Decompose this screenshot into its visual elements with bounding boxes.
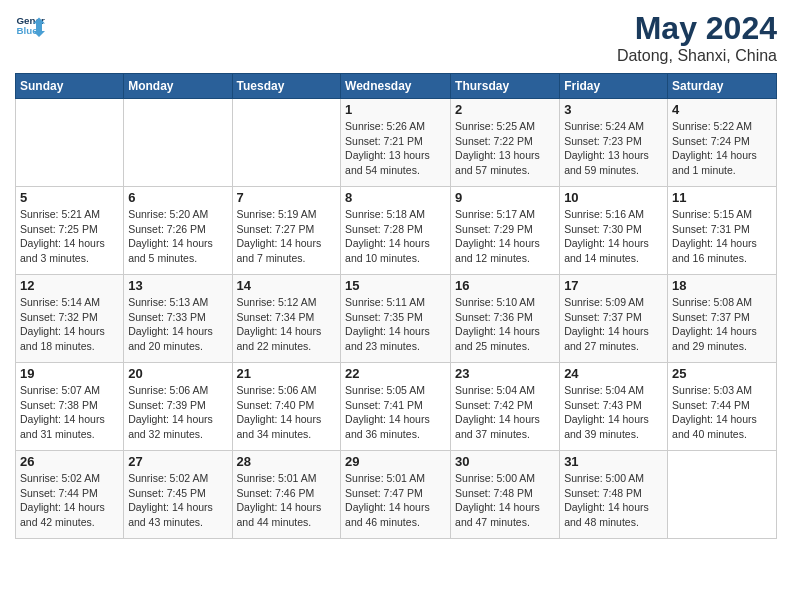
calendar-cell: 5Sunrise: 5:21 AMSunset: 7:25 PMDaylight…: [16, 187, 124, 275]
day-info: Sunrise: 5:15 AMSunset: 7:31 PMDaylight:…: [672, 207, 772, 266]
day-number: 2: [455, 102, 555, 117]
main-title: May 2024: [617, 10, 777, 47]
day-info: Sunrise: 5:00 AMSunset: 7:48 PMDaylight:…: [455, 471, 555, 530]
day-number: 27: [128, 454, 227, 469]
day-info: Sunrise: 5:12 AMSunset: 7:34 PMDaylight:…: [237, 295, 337, 354]
day-info: Sunrise: 5:13 AMSunset: 7:33 PMDaylight:…: [128, 295, 227, 354]
day-info: Sunrise: 5:21 AMSunset: 7:25 PMDaylight:…: [20, 207, 119, 266]
calendar-cell: 23Sunrise: 5:04 AMSunset: 7:42 PMDayligh…: [451, 363, 560, 451]
calendar-cell: [16, 99, 124, 187]
day-number: 20: [128, 366, 227, 381]
day-number: 26: [20, 454, 119, 469]
calendar-cell: 10Sunrise: 5:16 AMSunset: 7:30 PMDayligh…: [560, 187, 668, 275]
day-info: Sunrise: 5:05 AMSunset: 7:41 PMDaylight:…: [345, 383, 446, 442]
calendar-week-2: 5Sunrise: 5:21 AMSunset: 7:25 PMDaylight…: [16, 187, 777, 275]
day-info: Sunrise: 5:07 AMSunset: 7:38 PMDaylight:…: [20, 383, 119, 442]
calendar-cell: 28Sunrise: 5:01 AMSunset: 7:46 PMDayligh…: [232, 451, 341, 539]
day-info: Sunrise: 5:20 AMSunset: 7:26 PMDaylight:…: [128, 207, 227, 266]
day-info: Sunrise: 5:22 AMSunset: 7:24 PMDaylight:…: [672, 119, 772, 178]
calendar-cell: 24Sunrise: 5:04 AMSunset: 7:43 PMDayligh…: [560, 363, 668, 451]
logo-icon: General Blue: [15, 10, 45, 40]
header: General Blue May 2024 Datong, Shanxi, Ch…: [15, 10, 777, 65]
day-info: Sunrise: 5:26 AMSunset: 7:21 PMDaylight:…: [345, 119, 446, 178]
day-number: 16: [455, 278, 555, 293]
day-info: Sunrise: 5:03 AMSunset: 7:44 PMDaylight:…: [672, 383, 772, 442]
calendar-cell: 16Sunrise: 5:10 AMSunset: 7:36 PMDayligh…: [451, 275, 560, 363]
day-info: Sunrise: 5:00 AMSunset: 7:48 PMDaylight:…: [564, 471, 663, 530]
calendar-cell: 19Sunrise: 5:07 AMSunset: 7:38 PMDayligh…: [16, 363, 124, 451]
day-info: Sunrise: 5:01 AMSunset: 7:46 PMDaylight:…: [237, 471, 337, 530]
day-number: 24: [564, 366, 663, 381]
calendar-cell: 25Sunrise: 5:03 AMSunset: 7:44 PMDayligh…: [668, 363, 777, 451]
header-saturday: Saturday: [668, 74, 777, 99]
day-info: Sunrise: 5:19 AMSunset: 7:27 PMDaylight:…: [237, 207, 337, 266]
day-info: Sunrise: 5:11 AMSunset: 7:35 PMDaylight:…: [345, 295, 446, 354]
day-info: Sunrise: 5:06 AMSunset: 7:40 PMDaylight:…: [237, 383, 337, 442]
calendar-cell: 7Sunrise: 5:19 AMSunset: 7:27 PMDaylight…: [232, 187, 341, 275]
day-number: 23: [455, 366, 555, 381]
header-sunday: Sunday: [16, 74, 124, 99]
calendar-cell: 13Sunrise: 5:13 AMSunset: 7:33 PMDayligh…: [124, 275, 232, 363]
calendar-cell: 18Sunrise: 5:08 AMSunset: 7:37 PMDayligh…: [668, 275, 777, 363]
day-info: Sunrise: 5:24 AMSunset: 7:23 PMDaylight:…: [564, 119, 663, 178]
calendar-cell: 31Sunrise: 5:00 AMSunset: 7:48 PMDayligh…: [560, 451, 668, 539]
subtitle: Datong, Shanxi, China: [617, 47, 777, 65]
calendar-week-1: 1Sunrise: 5:26 AMSunset: 7:21 PMDaylight…: [16, 99, 777, 187]
day-info: Sunrise: 5:14 AMSunset: 7:32 PMDaylight:…: [20, 295, 119, 354]
day-info: Sunrise: 5:16 AMSunset: 7:30 PMDaylight:…: [564, 207, 663, 266]
calendar-cell: 30Sunrise: 5:00 AMSunset: 7:48 PMDayligh…: [451, 451, 560, 539]
day-info: Sunrise: 5:06 AMSunset: 7:39 PMDaylight:…: [128, 383, 227, 442]
day-number: 14: [237, 278, 337, 293]
day-number: 30: [455, 454, 555, 469]
day-info: Sunrise: 5:04 AMSunset: 7:42 PMDaylight:…: [455, 383, 555, 442]
title-block: May 2024 Datong, Shanxi, China: [617, 10, 777, 65]
day-info: Sunrise: 5:08 AMSunset: 7:37 PMDaylight:…: [672, 295, 772, 354]
day-number: 7: [237, 190, 337, 205]
day-number: 19: [20, 366, 119, 381]
day-info: Sunrise: 5:25 AMSunset: 7:22 PMDaylight:…: [455, 119, 555, 178]
calendar-week-3: 12Sunrise: 5:14 AMSunset: 7:32 PMDayligh…: [16, 275, 777, 363]
day-number: 28: [237, 454, 337, 469]
day-number: 22: [345, 366, 446, 381]
calendar-cell: 20Sunrise: 5:06 AMSunset: 7:39 PMDayligh…: [124, 363, 232, 451]
calendar-cell: 29Sunrise: 5:01 AMSunset: 7:47 PMDayligh…: [341, 451, 451, 539]
calendar: Sunday Monday Tuesday Wednesday Thursday…: [15, 73, 777, 539]
day-number: 6: [128, 190, 227, 205]
header-monday: Monday: [124, 74, 232, 99]
day-number: 29: [345, 454, 446, 469]
day-number: 1: [345, 102, 446, 117]
calendar-cell: 11Sunrise: 5:15 AMSunset: 7:31 PMDayligh…: [668, 187, 777, 275]
header-friday: Friday: [560, 74, 668, 99]
day-number: 5: [20, 190, 119, 205]
day-number: 9: [455, 190, 555, 205]
calendar-cell: 14Sunrise: 5:12 AMSunset: 7:34 PMDayligh…: [232, 275, 341, 363]
day-info: Sunrise: 5:10 AMSunset: 7:36 PMDaylight:…: [455, 295, 555, 354]
day-number: 21: [237, 366, 337, 381]
calendar-cell: 9Sunrise: 5:17 AMSunset: 7:29 PMDaylight…: [451, 187, 560, 275]
day-info: Sunrise: 5:02 AMSunset: 7:45 PMDaylight:…: [128, 471, 227, 530]
calendar-cell: 2Sunrise: 5:25 AMSunset: 7:22 PMDaylight…: [451, 99, 560, 187]
calendar-cell: 12Sunrise: 5:14 AMSunset: 7:32 PMDayligh…: [16, 275, 124, 363]
calendar-cell: 6Sunrise: 5:20 AMSunset: 7:26 PMDaylight…: [124, 187, 232, 275]
day-number: 13: [128, 278, 227, 293]
header-tuesday: Tuesday: [232, 74, 341, 99]
calendar-week-5: 26Sunrise: 5:02 AMSunset: 7:44 PMDayligh…: [16, 451, 777, 539]
day-number: 11: [672, 190, 772, 205]
day-number: 25: [672, 366, 772, 381]
calendar-week-4: 19Sunrise: 5:07 AMSunset: 7:38 PMDayligh…: [16, 363, 777, 451]
day-info: Sunrise: 5:17 AMSunset: 7:29 PMDaylight:…: [455, 207, 555, 266]
logo: General Blue: [15, 10, 45, 40]
day-info: Sunrise: 5:09 AMSunset: 7:37 PMDaylight:…: [564, 295, 663, 354]
day-number: 15: [345, 278, 446, 293]
header-thursday: Thursday: [451, 74, 560, 99]
day-number: 17: [564, 278, 663, 293]
day-info: Sunrise: 5:01 AMSunset: 7:47 PMDaylight:…: [345, 471, 446, 530]
calendar-cell: 27Sunrise: 5:02 AMSunset: 7:45 PMDayligh…: [124, 451, 232, 539]
calendar-cell: 21Sunrise: 5:06 AMSunset: 7:40 PMDayligh…: [232, 363, 341, 451]
calendar-cell: [124, 99, 232, 187]
header-wednesday: Wednesday: [341, 74, 451, 99]
calendar-header-row: Sunday Monday Tuesday Wednesday Thursday…: [16, 74, 777, 99]
svg-text:Blue: Blue: [17, 25, 39, 36]
calendar-cell: 22Sunrise: 5:05 AMSunset: 7:41 PMDayligh…: [341, 363, 451, 451]
day-number: 18: [672, 278, 772, 293]
